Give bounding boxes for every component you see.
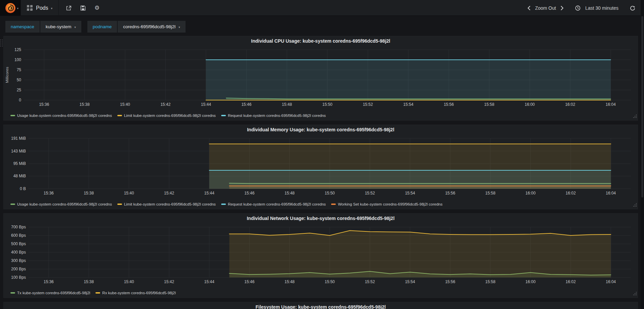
x-axis-tick-label: 15:42 <box>164 279 174 284</box>
y-axis-tick-label: 0 <box>19 98 21 102</box>
chevron-down-icon: ▾ <box>51 6 52 10</box>
panel-title[interactable]: Individual Network Usage: kube-system co… <box>4 214 638 223</box>
y-axis-label: Millicores <box>5 67 9 83</box>
top-navbar: ▾ Pods ▾ ⚙ Zoom Out Last 30 minutes <box>0 0 644 16</box>
refresh-icon[interactable] <box>630 5 635 11</box>
legend-series-color <box>10 292 15 294</box>
x-axis-tick-label: 15:40 <box>124 191 134 195</box>
y-axis-tick-label: 191 MiB <box>11 136 26 141</box>
cpu-chart-canvas[interactable]: 025507510012515:3615:3815:4015:4215:4415… <box>4 46 638 110</box>
y-axis-tick-label: 100 Bps <box>11 275 26 280</box>
x-axis-tick-label: 16:04 <box>606 191 616 195</box>
legend-series-color <box>221 115 226 116</box>
legend-series-label: Usage kube-system coredns-695f96dcd5-98j… <box>17 202 112 206</box>
panel-network-usage: Individual Network Usage: kube-system co… <box>3 213 638 298</box>
legend-item[interactable]: Tx kube-system coredns-695f96dcd5-98j2l <box>10 291 90 295</box>
x-axis-tick-label: 15:58 <box>484 102 494 107</box>
legend-item[interactable]: Usage kube-system coredns-695f96dcd5-98j… <box>10 114 112 118</box>
zoom-out-button[interactable]: Zoom Out <box>535 5 556 11</box>
legend-item[interactable]: Limit kube-system coredns-695f96dcd5-98j… <box>117 202 216 206</box>
x-axis-tick-label: 15:38 <box>84 279 94 284</box>
legend-item[interactable]: Usage kube-system coredns-695f96dcd5-98j… <box>10 202 112 206</box>
panel-cpu-usage: Individual CPU Usage: kube-system coredn… <box>3 36 638 121</box>
x-axis-tick-label: 15:48 <box>285 191 295 195</box>
memory-chart-canvas[interactable]: 0 B48 MiB95 MiB143 MiB191 MiB15:3615:381… <box>4 134 638 199</box>
navbar-actions: ⚙ <box>66 0 99 16</box>
cpu-legend: Usage kube-system coredns-695f96dcd5-98j… <box>10 114 326 118</box>
save-icon[interactable] <box>80 5 86 11</box>
series-area <box>206 60 611 100</box>
panel-resize-handle[interactable] <box>632 115 637 119</box>
x-axis-tick-label: 15:54 <box>403 102 413 107</box>
share-icon[interactable] <box>66 5 72 11</box>
legend-series-color <box>10 204 15 205</box>
legend-series-label: Usage kube-system coredns-695f96dcd5-98j… <box>17 114 112 118</box>
x-axis-tick-label: 16:02 <box>565 102 575 107</box>
time-shift-back-icon[interactable] <box>527 6 530 10</box>
settings-gear-icon[interactable]: ⚙ <box>94 5 99 11</box>
legend-series-color <box>117 204 122 205</box>
network-chart-canvas[interactable]: 100 Bps200 Bps300 Bps400 Bps500 Bps600 B… <box>4 223 638 288</box>
legend-item[interactable]: Rx kube-system coredns-695f96dcd5-98j2l <box>95 291 176 295</box>
y-axis-tick-label: 300 Bps <box>11 258 26 263</box>
x-axis-tick-label: 16:04 <box>606 102 616 107</box>
grafana-logo[interactable]: ▾ <box>0 0 21 16</box>
x-axis-tick-label: 15:44 <box>204 191 214 195</box>
logo-caret-icon: ▾ <box>17 7 18 10</box>
y-axis-tick-label: 500 Bps <box>11 241 26 246</box>
x-axis-tick-label: 15:56 <box>444 102 454 107</box>
scrollbar-thumb[interactable] <box>641 16 643 197</box>
x-axis-tick-label: 15:58 <box>485 279 495 284</box>
time-shift-forward-icon[interactable] <box>561 6 564 10</box>
legend-series-label: Rx kube-system coredns-695f96dcd5-98j2l <box>102 291 176 295</box>
panel-memory-usage: Individual Memory Usage: kube-system cor… <box>3 125 638 209</box>
chevron-down-icon: ▾ <box>74 25 76 29</box>
podname-select[interactable]: coredns-695f96dcd5-98j2l ▾ <box>118 21 186 33</box>
panel-title[interactable]: Individual Memory Usage: kube-system cor… <box>4 125 638 134</box>
legend-series-color <box>117 115 122 116</box>
legend-series-label: Request kube-system coredns-695f96dcd5-9… <box>228 202 326 206</box>
memory-legend: Usage kube-system coredns-695f96dcd5-98j… <box>10 202 442 206</box>
time-controls: Zoom Out Last 30 minutes <box>527 0 635 16</box>
panel-resize-handle[interactable] <box>632 292 637 297</box>
y-axis-tick-label: 125 <box>14 47 21 52</box>
row-drag-handle[interactable] <box>0 40 3 48</box>
y-axis-tick-label: 100 <box>14 57 21 62</box>
time-range-picker[interactable]: Last 30 minutes <box>585 5 618 11</box>
x-axis-tick-label: 15:52 <box>365 191 375 195</box>
dashboard-title: Pods <box>36 5 48 11</box>
dashboard-grid-icon <box>27 5 33 11</box>
panel-resize-handle[interactable] <box>632 203 637 208</box>
legend-series-label: Tx kube-system coredns-695f96dcd5-98j2l <box>17 291 90 295</box>
namespace-select[interactable]: kube-system ▾ <box>40 21 81 33</box>
y-axis-tick-label: 95 MiB <box>13 161 26 166</box>
legend-item[interactable]: Limit kube-system coredns-695f96dcd5-98j… <box>117 114 216 118</box>
legend-series-color <box>331 204 336 205</box>
legend-item[interactable]: Request kube-system coredns-695f96dcd5-9… <box>221 202 326 206</box>
x-axis-tick-label: 16:00 <box>525 191 535 195</box>
x-axis-tick-label: 15:46 <box>244 191 254 195</box>
panel-title[interactable]: Individual CPU Usage: kube-system coredn… <box>4 36 638 46</box>
x-axis-tick-label: 15:46 <box>244 279 254 284</box>
legend-item[interactable]: Working Set kube-system coredns-695f96dc… <box>331 202 442 206</box>
variable-podname: podname coredns-695f96dcd5-98j2l ▾ <box>87 21 186 33</box>
x-axis-tick-label: 15:38 <box>80 102 90 107</box>
x-axis-tick-label: 15:36 <box>44 191 54 195</box>
clock-icon <box>575 5 580 11</box>
x-axis-tick-label: 15:38 <box>84 191 94 195</box>
x-axis-tick-label: 15:52 <box>363 102 373 107</box>
dashboard-picker[interactable]: Pods ▾ <box>21 0 59 16</box>
legend-series-color <box>95 292 100 294</box>
legend-item[interactable]: Request kube-system coredns-695f96dcd5-9… <box>221 114 326 118</box>
scrollbar[interactable] <box>641 0 644 309</box>
submenu-variables: namespace kube-system ▾ podname coredns-… <box>5 21 186 33</box>
y-axis-tick-label: 700 Bps <box>11 225 26 229</box>
panel-title[interactable]: Filesystem Usage: kube-system coredns-69… <box>4 302 638 309</box>
y-axis-tick-label: 200 Bps <box>11 267 26 271</box>
x-axis-tick-label: 15:50 <box>325 279 335 284</box>
y-axis-tick-label: 48 MiB <box>13 174 26 178</box>
legend-series-color <box>10 115 15 116</box>
y-axis-tick-label: 143 MiB <box>11 149 26 153</box>
grafana-logo-icon <box>5 2 16 14</box>
x-axis-tick-label: 16:04 <box>606 279 616 284</box>
